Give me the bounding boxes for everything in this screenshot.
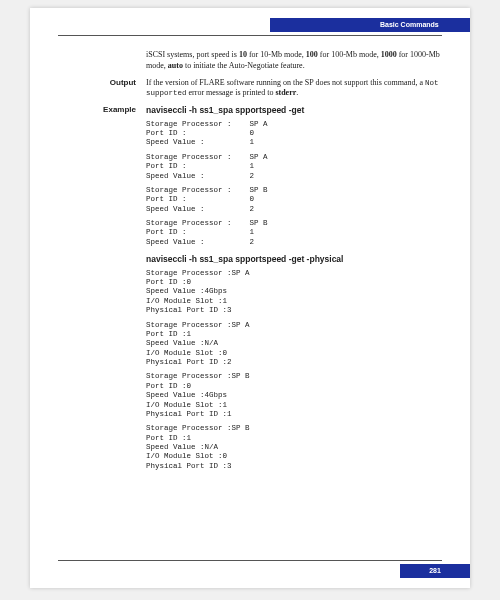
t: for 100-Mb mode,: [318, 50, 381, 59]
intro-row: iSCSI systems, port speed is 10 for 10-M…: [58, 50, 442, 72]
code-block-7: Storage Processor :SP B Port ID :0 Speed…: [146, 372, 442, 419]
code-block-8: Storage Processor :SP B Port ID :1 Speed…: [146, 424, 442, 471]
t: If the version of FLARE software running…: [146, 78, 425, 87]
document-page: Basic Commands iSCSI systems, port speed…: [30, 8, 470, 588]
example-row: Example naviseccli -h ss1_spa spportspee…: [58, 105, 442, 471]
intro-label: [58, 50, 146, 72]
v10: 10: [239, 50, 247, 59]
v1000: 1000: [381, 50, 397, 59]
output-text: If the version of FLARE software running…: [146, 78, 442, 100]
code-block-3: Storage Processor : SP B Port ID : 0 Spe…: [146, 186, 442, 214]
code-block-1: Storage Processor : SP A Port ID : 0 Spe…: [146, 120, 442, 148]
output-row: Output If the version of FLARE software …: [58, 78, 442, 100]
code-block-6: Storage Processor :SP A Port ID :1 Speed…: [146, 321, 442, 368]
footer-rule: [58, 560, 442, 561]
page-content: iSCSI systems, port speed is 10 for 10-M…: [58, 50, 442, 471]
header-rule: [58, 35, 442, 36]
command-1: naviseccli -h ss1_spa spportspeed -get: [146, 105, 442, 116]
output-label: Output: [58, 78, 146, 100]
t: for 10-Mb mode,: [247, 50, 306, 59]
t: error message is printed to: [187, 88, 276, 97]
stderr: stderr: [275, 88, 296, 97]
t: .: [296, 88, 298, 97]
section-header: Basic Commands: [270, 18, 470, 32]
vauto: auto: [168, 61, 183, 70]
v100: 100: [306, 50, 318, 59]
t: iSCSI systems, port speed is: [146, 50, 239, 59]
example-label: Example: [58, 105, 146, 471]
code-block-4: Storage Processor : SP B Port ID : 1 Spe…: [146, 219, 442, 247]
code-block-2: Storage Processor : SP A Port ID : 1 Spe…: [146, 153, 442, 181]
page-number: 281: [400, 564, 470, 578]
t: to initiate the Auto-Negotiate feature.: [183, 61, 305, 70]
code-block-5: Storage Processor :SP A Port ID :0 Speed…: [146, 269, 442, 316]
command-2: naviseccli -h ss1_spa spportspeed -get -…: [146, 254, 442, 265]
example-body: naviseccli -h ss1_spa spportspeed -get S…: [146, 105, 442, 471]
intro-text: iSCSI systems, port speed is 10 for 10-M…: [146, 50, 442, 72]
